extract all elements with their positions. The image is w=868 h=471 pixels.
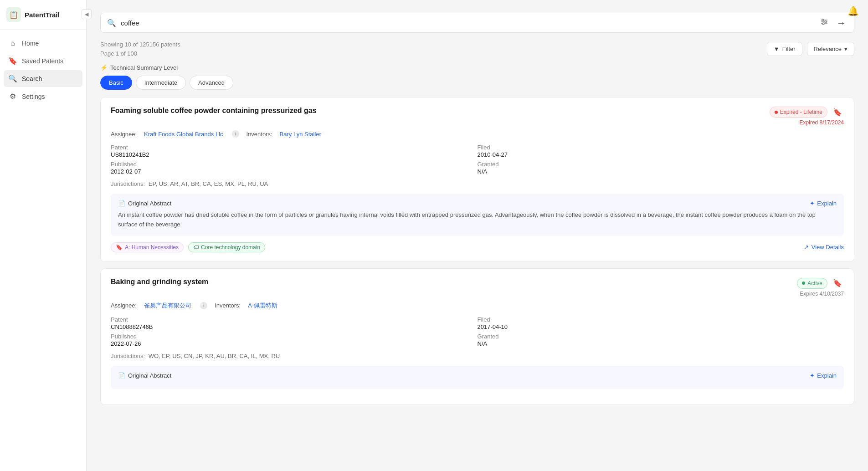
tag-human-necessities-1[interactable]: 🔖 A: Human Necessities: [111, 242, 184, 252]
search-bar-container: 🔍 →: [100, 13, 854, 33]
sidebar-nav: ⌂ Home 🔖 Saved Patents 🔍 Search ⚙ Settin…: [0, 30, 86, 110]
tech-btn-intermediate[interactable]: Intermediate: [136, 76, 186, 90]
svg-point-3: [822, 19, 824, 21]
home-icon: ⌂: [8, 39, 17, 47]
sidebar-item-label: Saved Patents: [22, 57, 63, 65]
explain-button-2[interactable]: ✦ Explain: [810, 372, 837, 379]
jurisdictions-row-2: Jurisdictions: WO, EP, US, CN, JP, KR, A…: [111, 353, 844, 359]
sidebar-item-search[interactable]: 🔍 Search: [4, 70, 82, 87]
sidebar-item-label: Home: [22, 40, 39, 47]
app-name: PatentTrail: [25, 11, 60, 19]
results-controls: ▼ Filter Relevance ▾: [767, 42, 854, 56]
save-patent-button-1[interactable]: 🔖: [831, 107, 844, 118]
expire-date-1: Expired 8/17/2024: [800, 119, 844, 126]
abstract-box-2: 📄 Original Abstract ✦ Explain: [111, 366, 844, 389]
external-link-icon-1: ↗: [804, 244, 809, 251]
status-badge-row-2: Active 🔖: [797, 278, 844, 289]
sidebar-item-home[interactable]: ⌂ Home: [4, 35, 82, 51]
tech-level-buttons: Basic Intermediate Advanced: [100, 76, 854, 90]
tag-icon-1: 🏷: [193, 244, 199, 251]
abstract-header-2: 📄 Original Abstract ✦ Explain: [118, 372, 837, 379]
save-patent-button-2[interactable]: 🔖: [831, 278, 844, 288]
search-input[interactable]: [121, 19, 814, 27]
tech-level-label: ⚡ Technical Summary Level: [100, 64, 854, 71]
results-page: Page 1 of 100: [100, 49, 180, 58]
assignee-link-2[interactable]: 雀巢产品有限公司: [144, 302, 191, 310]
abstract-box-1: 📄 Original Abstract ✦ Explain An instant…: [111, 194, 844, 236]
verify-icon-1: i: [232, 130, 239, 138]
patent-card-1: Foaming soluble coffee powder containing…: [100, 97, 854, 262]
search-bar: 🔍 →: [100, 13, 854, 33]
tech-btn-advanced[interactable]: Advanced: [190, 76, 233, 90]
tech-btn-basic[interactable]: Basic: [100, 76, 132, 90]
app-logo: 📋 PatentTrail: [0, 0, 86, 30]
sparkle-icon-2: ✦: [810, 372, 815, 379]
patent-details-grid-1: Patent US8110241B2 Filed 2010-04-27 Publ…: [111, 144, 844, 175]
status-badge-1: Expired - Lifetime: [770, 107, 827, 118]
sidebar-item-saved-patents[interactable]: 🔖 Saved Patents: [4, 52, 82, 69]
sort-select[interactable]: Relevance ▾: [807, 42, 854, 56]
bookmark-tag-icon-1: 🔖: [116, 244, 123, 251]
abstract-title-label-2: 📄 Original Abstract: [118, 372, 171, 379]
view-details-button-1[interactable]: ↗ View Details: [804, 244, 844, 251]
assignee-label-1: Assignee:: [111, 131, 137, 138]
published-item-2: Published 2022-07-26: [111, 333, 478, 347]
patent-card-header-1: Foaming soluble coffee powder containing…: [111, 107, 844, 126]
patent-status-area-2: Active 🔖 Expires 4/10/2037: [797, 278, 844, 297]
document-icon-2: 📄: [118, 372, 125, 379]
svg-point-5: [822, 23, 824, 25]
expires-date-2: Expires 4/10/2037: [800, 291, 844, 297]
search-nav-icon: 🔍: [8, 74, 17, 83]
filter-icon: ▼: [774, 46, 780, 52]
explain-button-1[interactable]: ✦ Explain: [810, 200, 837, 207]
sidebar-item-label: Settings: [22, 93, 45, 100]
assignee-link-1[interactable]: Kraft Foods Global Brands Llc: [144, 131, 223, 138]
results-count: Showing 10 of 125156 patents: [100, 40, 180, 49]
patent-title-2: Baking and grinding system: [111, 278, 790, 286]
assignee-row-2: Assignee: 雀巢产品有限公司 i Inventors: A-佩雷特斯: [111, 302, 844, 310]
card-tags-1: 🔖 A: Human Necessities 🏷 Core technology…: [111, 242, 265, 252]
sidebar: 📋 PatentTrail ◀ ⌂ Home 🔖 Saved Patents 🔍…: [0, 0, 87, 471]
status-dot-2: [802, 282, 805, 285]
status-badge-2: Active: [797, 278, 827, 289]
granted-item-2: Granted N/A: [478, 333, 844, 347]
granted-item-1: Granted N/A: [478, 161, 844, 175]
abstract-text-1: An instant coffee powder has dried solub…: [118, 210, 837, 230]
patent-details-grid-2: Patent CN108882746B Filed 2017-04-10 Pub…: [111, 316, 844, 347]
inventor-link-1[interactable]: Bary Lyn Staller: [280, 131, 321, 138]
document-icon-1: 📄: [118, 200, 125, 207]
patent-number-item: Patent US8110241B2: [111, 144, 478, 158]
inventors-label-2: Inventors:: [215, 302, 241, 309]
card-footer-1: 🔖 A: Human Necessities 🏷 Core technology…: [111, 242, 844, 252]
inventor-link-2[interactable]: A-佩雷特斯: [248, 302, 277, 310]
sidebar-collapse-button[interactable]: ◀: [82, 9, 92, 19]
jurisdictions-row-1: Jurisdictions: EP, US, AR, AT, BR, CA, E…: [111, 180, 844, 187]
tech-level-section: ⚡ Technical Summary Level Basic Intermed…: [100, 64, 854, 90]
patent-card-2: Baking and grinding system Active 🔖 Expi…: [100, 268, 854, 405]
abstract-title-label-1: 📄 Original Abstract: [118, 200, 171, 207]
gear-icon: ⚙: [8, 92, 17, 101]
tag-core-tech-1[interactable]: 🏷 Core technology domain: [188, 242, 265, 252]
filed-item-1: Filed 2010-04-27: [478, 144, 844, 158]
notification-icon[interactable]: 🔔: [847, 6, 859, 16]
patent-number-item-2: Patent CN108882746B: [111, 316, 478, 330]
notification-area: 🔔: [847, 5, 859, 16]
verify-icon-2: i: [200, 302, 207, 309]
published-item-1: Published 2012-02-07: [111, 161, 478, 175]
search-icon: 🔍: [107, 19, 116, 27]
abstract-header-1: 📄 Original Abstract ✦ Explain: [118, 200, 837, 207]
assignee-row-1: Assignee: Kraft Foods Global Brands Llc …: [111, 130, 844, 138]
sidebar-item-label: Search: [22, 75, 42, 82]
bookmark-icon: 🔖: [8, 56, 17, 65]
patent-card-header-2: Baking and grinding system Active 🔖 Expi…: [111, 278, 844, 297]
search-go-button[interactable]: →: [835, 16, 847, 30]
sort-label: Relevance: [814, 46, 842, 52]
search-filter-button[interactable]: [818, 16, 830, 30]
sparkle-icon-1: ✦: [810, 200, 815, 207]
results-header: Showing 10 of 125156 patents Page 1 of 1…: [100, 40, 854, 58]
results-info: Showing 10 of 125156 patents Page 1 of 1…: [100, 40, 180, 58]
filter-button[interactable]: ▼ Filter: [767, 42, 802, 56]
sidebar-item-settings[interactable]: ⚙ Settings: [4, 88, 82, 105]
assignee-label-2: Assignee:: [111, 302, 137, 309]
status-badge-row-1: Expired - Lifetime 🔖: [770, 107, 844, 118]
